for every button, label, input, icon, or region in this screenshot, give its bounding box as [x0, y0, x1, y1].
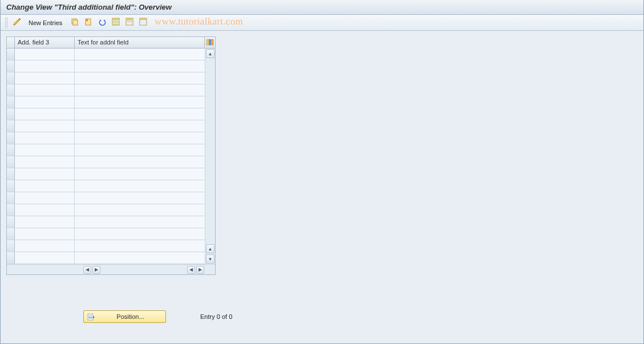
row-selector[interactable]	[7, 120, 15, 132]
cell-text-addnl-field[interactable]	[75, 252, 205, 264]
select-block-icon	[125, 18, 133, 27]
cell-text-addnl-field[interactable]	[75, 180, 205, 192]
cell-text-addnl-field[interactable]	[75, 204, 205, 216]
cell-text-addnl-field[interactable]	[75, 228, 205, 240]
row-selector[interactable]	[7, 48, 15, 60]
cell-text-addnl-field[interactable]	[75, 168, 205, 180]
scroll-up-button[interactable]: ▲	[206, 49, 214, 58]
hscroll-track[interactable]	[101, 266, 187, 274]
cell-add-field-3[interactable]	[15, 108, 75, 120]
row-selector-header[interactable]	[7, 37, 15, 48]
row-selector[interactable]	[7, 108, 15, 120]
svg-rect-16	[140, 21, 146, 22]
cell-text-addnl-field[interactable]	[75, 84, 205, 96]
data-table: Add. field 3 Text for addnl field ▲ ▲	[6, 37, 216, 275]
row-selector[interactable]	[7, 180, 15, 192]
row-selector[interactable]	[7, 132, 15, 144]
scroll-up-step-button[interactable]: ▲	[206, 244, 214, 253]
cell-text-addnl-field[interactable]	[75, 48, 205, 60]
vscroll-track[interactable]	[205, 59, 215, 244]
svg-rect-17	[140, 22, 146, 23]
cell-add-field-3[interactable]	[15, 84, 75, 96]
cell-add-field-3[interactable]	[15, 240, 75, 252]
row-selector[interactable]	[7, 168, 15, 180]
svg-rect-10	[127, 19, 132, 20]
cell-add-field-3[interactable]	[15, 216, 75, 228]
toggle-display-change-button[interactable]	[11, 17, 25, 29]
table-row	[7, 216, 205, 228]
row-selector[interactable]	[7, 204, 15, 216]
scroll-left-button[interactable]: ◀	[83, 266, 91, 274]
cell-text-addnl-field[interactable]	[75, 192, 205, 204]
cell-add-field-3[interactable]	[15, 120, 75, 132]
cell-add-field-3[interactable]	[15, 60, 75, 72]
table-row	[7, 192, 205, 204]
cell-add-field-3[interactable]	[15, 252, 75, 264]
vertical-scrollbar[interactable]: ▲ ▲ ▼	[205, 48, 215, 264]
row-selector[interactable]	[7, 216, 15, 228]
svg-rect-11	[127, 21, 132, 22]
cell-add-field-3[interactable]	[15, 156, 75, 168]
scroll-left-step-button[interactable]: ◀	[187, 266, 195, 274]
table-row	[7, 108, 205, 120]
select-block-button[interactable]	[123, 17, 136, 29]
deselect-all-button[interactable]	[137, 17, 149, 29]
row-selector[interactable]	[7, 72, 15, 84]
table-row	[7, 228, 205, 240]
scroll-right-step-button[interactable]: ▶	[92, 266, 100, 274]
cell-text-addnl-field[interactable]	[75, 108, 205, 120]
cell-text-addnl-field[interactable]	[75, 72, 205, 84]
row-selector[interactable]	[7, 228, 15, 240]
new-entries-button[interactable]: New Entries	[26, 17, 67, 29]
content-area: Add. field 3 Text for addnl field ▲ ▲	[1, 31, 643, 343]
position-icon	[87, 313, 95, 321]
cell-text-addnl-field[interactable]	[75, 216, 205, 228]
row-selector[interactable]	[7, 144, 15, 156]
undo-change-button[interactable]	[96, 17, 108, 29]
copy-as-button[interactable]	[68, 17, 81, 29]
copy-icon	[71, 18, 79, 27]
scroll-right-button[interactable]: ▶	[196, 266, 204, 274]
cell-add-field-3[interactable]	[15, 228, 75, 240]
footer-row: Position... Entry 0 of 0	[6, 310, 232, 323]
cell-add-field-3[interactable]	[15, 72, 75, 84]
svg-rect-6	[113, 21, 119, 22]
row-selector[interactable]	[7, 96, 15, 108]
cell-add-field-3[interactable]	[15, 192, 75, 204]
row-selector[interactable]	[7, 240, 15, 252]
row-selector[interactable]	[7, 252, 15, 264]
cell-text-addnl-field[interactable]	[75, 132, 205, 144]
column-header-text-addnl-field[interactable]: Text for addnl field	[75, 37, 205, 48]
table-row	[7, 72, 205, 84]
cell-add-field-3[interactable]	[15, 132, 75, 144]
row-selector[interactable]	[7, 156, 15, 168]
cell-add-field-3[interactable]	[15, 96, 75, 108]
cell-add-field-3[interactable]	[15, 180, 75, 192]
cell-text-addnl-field[interactable]	[75, 60, 205, 72]
scroll-down-button[interactable]: ▼	[206, 254, 214, 264]
cell-text-addnl-field[interactable]	[75, 120, 205, 132]
table-row	[7, 132, 205, 144]
cell-add-field-3[interactable]	[15, 204, 75, 216]
cell-text-addnl-field[interactable]	[75, 144, 205, 156]
cell-add-field-3[interactable]	[15, 48, 75, 60]
new-entries-label: New Entries	[29, 19, 62, 26]
position-button[interactable]: Position...	[83, 310, 166, 323]
row-selector[interactable]	[7, 84, 15, 96]
page-title: Change View "Third additional field": Ov…	[6, 3, 172, 11]
select-all-button[interactable]	[110, 17, 122, 29]
column-header-add-field-3[interactable]: Add. field 3	[15, 37, 75, 48]
delete-button[interactable]	[82, 17, 95, 29]
svg-rect-20	[206, 39, 209, 45]
cell-text-addnl-field[interactable]	[75, 240, 205, 252]
cell-text-addnl-field[interactable]	[75, 96, 205, 108]
table-settings-button[interactable]	[205, 37, 215, 48]
select-all-icon	[112, 18, 120, 27]
row-selector[interactable]	[7, 60, 15, 72]
cell-text-addnl-field[interactable]	[75, 156, 205, 168]
horizontal-scrollbar[interactable]: ◀ ▶ ◀ ▶	[7, 264, 215, 274]
position-button-label: Position...	[99, 313, 162, 320]
cell-add-field-3[interactable]	[15, 144, 75, 156]
row-selector[interactable]	[7, 192, 15, 204]
cell-add-field-3[interactable]	[15, 168, 75, 180]
